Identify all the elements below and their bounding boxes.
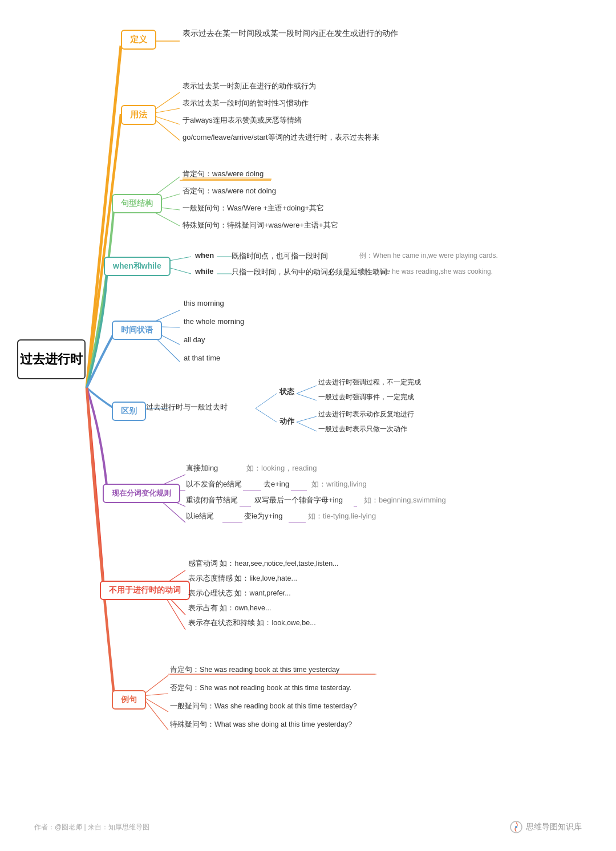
branch-xianfen: 现在分词变化规则 (103, 484, 180, 503)
while-label: while (195, 267, 214, 275)
xianfen-item-2b: 去e+ing (264, 479, 289, 489)
branch-liju: 例句 (112, 690, 146, 710)
xianfen-item-4b: 变ie为y+ing (244, 511, 283, 521)
xianfen-item-3c: 如：beginning,swimming (364, 495, 446, 505)
svg-line-18 (256, 394, 277, 408)
qubie-main: 过去进行时与一般过去时 (146, 403, 228, 412)
xianfen-item-4a: 以ie结尾 (186, 511, 214, 521)
liju-item-4: 特殊疑问句：What was she doing at this time ye… (170, 720, 352, 730)
qubie-dongzuo: 动作 (279, 416, 294, 427)
svg-line-20 (297, 386, 317, 394)
when-example: 例：When he came in,we were playing cards. (359, 251, 498, 261)
liju-item-1: 肯定句：She was reading book at this time ye… (170, 665, 339, 675)
central-label: 过去进行时 (20, 351, 83, 368)
xianfen-item-3a: 重读闭音节结尾 (186, 495, 238, 505)
footer-author: 作者：@圆老师 | 来自：知厚思维导图 (34, 822, 149, 832)
liju-item-2: 否定句：She was not reading book at this tim… (170, 683, 351, 693)
footer-brand: 思维导图知识库 (510, 821, 582, 833)
shijian-item-1: this morning (184, 299, 224, 307)
mind-map: 过去进行时 定义 表示过去在某一时间段或某一段时间内正在发生或进行的动作 用法 … (0, 0, 616, 833)
yongfa-item-3: 于always连用表示赞美或厌恶等情绪 (183, 115, 302, 125)
juxing-item-1: 肯定句：was/were doing (183, 169, 264, 179)
branch-dingyi: 定义 (121, 30, 156, 50)
brand-label: 思维导图知识库 (526, 822, 582, 832)
when-label: when (195, 251, 214, 260)
svg-line-19 (256, 408, 277, 422)
buyong-item-4: 表示占有 如：own,heve... (188, 603, 271, 613)
xianfen-item-4c: 如：tie-tying,lie-lying (308, 511, 376, 521)
branch-shijian: 时间状语 (112, 321, 162, 340)
shijian-item-4: at that time (184, 354, 220, 362)
xianfen-item-2a: 以不发音的e结尾 (186, 479, 242, 489)
branch-yongfa: 用法 (121, 105, 156, 125)
yongfa-item-1: 表示过去某一时刻正在进行的动作或行为 (183, 81, 316, 91)
juxing-item-4: 特殊疑问句：特殊疑问词+was/were+主语+其它 (183, 220, 338, 230)
svg-point-48 (515, 826, 517, 828)
svg-line-21 (297, 394, 317, 400)
brand-icon (510, 821, 522, 833)
buyong-item-2: 表示态度情感 如：like,love,hate... (188, 574, 297, 583)
branch-buyong: 不用于进行时的动词 (100, 581, 190, 600)
xianfen-item-3b: 双写最后一个辅音字母+ing (254, 495, 343, 505)
xianfen-item-2c: 如：writing,living (311, 479, 367, 489)
when-desc: 既指时间点，也可指一段时间 (232, 251, 328, 261)
qubie-zt-1: 过去进行时强调过程，不一定完成 (318, 378, 421, 387)
buyong-item-3: 表示心理状态 如：want,prefer... (188, 589, 291, 598)
yongfa-item-4: go/come/leave/arrive/start等词的过去进行时，表示过去将… (183, 132, 379, 143)
svg-line-22 (297, 416, 317, 422)
shijian-item-2: the whole morning (184, 317, 244, 326)
qubie-dz-2: 一般过去时表示只做一次动作 (318, 424, 407, 434)
xianfen-item-1b: 如：looking，reading (246, 463, 317, 473)
branch-juxing: 句型结构 (112, 194, 162, 213)
while-example: 例：While he was reading,she was cooking. (359, 267, 493, 277)
yongfa-item-2: 表示过去某一段时间的暂时性习惯动作 (183, 98, 309, 108)
shijian-item-3: all day (184, 335, 205, 344)
juxing-item-3: 一般疑问句：Was/Were +主语+doing+其它 (183, 203, 324, 213)
buyong-item-1: 感官动词 如：hear,see,notice,feel,taste,listen… (188, 559, 339, 569)
qubie-dz-1: 过去进行时表示动作反复地进行 (318, 410, 414, 419)
buyong-item-5: 表示存在状态和持续 如：look,owe,be... (188, 618, 316, 628)
xianfen-item-1a: 直接加ing (186, 463, 218, 473)
qubie-zhuangtai: 状态 (279, 387, 294, 397)
svg-line-23 (297, 422, 317, 431)
qubie-zt-2: 一般过去时强调事件，一定完成 (318, 392, 414, 402)
juxing-item-2: 否定句：was/were not doing (183, 186, 276, 196)
dingyi-item-1: 表示过去在某一时间段或某一段时间内正在发生或进行的动作 (183, 29, 398, 39)
central-node: 过去进行时 (17, 339, 86, 379)
branch-whenwhile: when和while (104, 257, 171, 276)
liju-item-3: 一般疑问句：Was she reading book at this time … (170, 702, 357, 711)
branch-qubie: 区别 (112, 402, 146, 421)
